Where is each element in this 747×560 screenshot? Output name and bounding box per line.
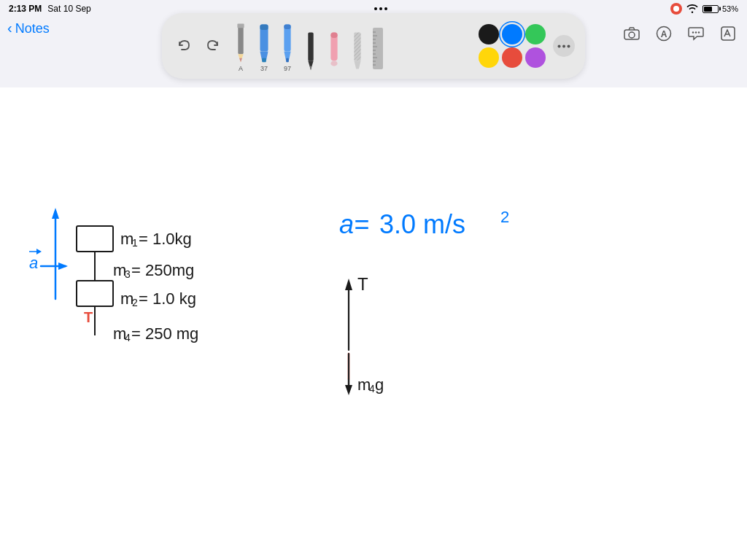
edit-button[interactable] bbox=[715, 20, 741, 47]
undo-button[interactable] bbox=[172, 34, 197, 58]
status-date: Sat 10 Sep bbox=[47, 4, 90, 14]
svg-text:= 1.0 kg: = 1.0 kg bbox=[139, 289, 196, 308]
dot3 bbox=[384, 7, 387, 10]
svg-rect-19 bbox=[286, 58, 289, 62]
svg-text:a=: a= bbox=[339, 209, 369, 239]
more-icon bbox=[557, 44, 570, 48]
blue-marker-svg bbox=[255, 20, 273, 64]
color-green[interactable] bbox=[525, 24, 546, 44]
marker1-label: 37 bbox=[260, 65, 268, 72]
blue-marker-tool[interactable]: 37 bbox=[255, 20, 273, 72]
canvas-area[interactable]: a T m 1 = 1.0kg m 3 = 250mg m 2 = 1.0 kg… bbox=[0, 88, 747, 560]
dot1 bbox=[374, 7, 377, 10]
svg-text:4: 4 bbox=[369, 383, 375, 394]
svg-marker-45 bbox=[52, 208, 59, 219]
svg-text:= 250mg: = 250mg bbox=[131, 261, 194, 279]
svg-text:a: a bbox=[29, 254, 38, 272]
svg-text:3: 3 bbox=[125, 268, 131, 280]
svg-point-25 bbox=[330, 61, 337, 66]
svg-text:T: T bbox=[357, 274, 368, 294]
svg-point-43 bbox=[568, 44, 570, 47]
svg-rect-30 bbox=[373, 28, 383, 69]
svg-point-41 bbox=[558, 44, 561, 47]
color-blue[interactable] bbox=[502, 24, 522, 44]
svg-rect-8 bbox=[238, 26, 243, 54]
text-search-icon: A bbox=[656, 26, 672, 42]
text-search-button[interactable]: A bbox=[651, 20, 677, 47]
redo-button[interactable] bbox=[200, 34, 225, 58]
color-red[interactable] bbox=[502, 47, 522, 68]
undo-redo-group bbox=[172, 34, 225, 58]
top-actions: A bbox=[619, 20, 741, 47]
svg-text:4: 4 bbox=[125, 332, 131, 343]
svg-rect-53 bbox=[77, 281, 113, 306]
status-right: 53% bbox=[670, 3, 738, 15]
svg-text:2: 2 bbox=[132, 297, 138, 308]
color-yellow[interactable] bbox=[479, 47, 499, 68]
svg-text:3.0 m/s: 3.0 m/s bbox=[379, 209, 465, 239]
svg-point-1 bbox=[629, 32, 635, 38]
notes-back-label: Notes bbox=[15, 21, 50, 36]
more-button[interactable] bbox=[553, 35, 575, 57]
svg-rect-7 bbox=[721, 27, 735, 40]
dot2 bbox=[379, 7, 382, 10]
camera-button[interactable] bbox=[619, 20, 645, 47]
svg-text:g: g bbox=[375, 376, 384, 394]
ruler-svg bbox=[372, 25, 384, 72]
svg-rect-24 bbox=[330, 32, 337, 37]
toolbar: A 37 97 bbox=[162, 13, 585, 79]
svg-rect-13 bbox=[260, 24, 268, 29]
pen-tools: A 37 97 bbox=[232, 20, 468, 72]
svg-point-4 bbox=[692, 31, 694, 33]
share-button[interactable] bbox=[683, 20, 709, 47]
edit-icon bbox=[721, 26, 735, 41]
blue-marker2-tool[interactable]: 97 bbox=[279, 20, 296, 72]
svg-marker-10 bbox=[239, 58, 242, 62]
fill-tool[interactable] bbox=[349, 28, 366, 72]
status-left: 2:13 PM Sat 10 Sep bbox=[9, 4, 91, 14]
battery-icon: 53% bbox=[703, 4, 738, 13]
status-bar: 2:13 PM Sat 10 Sep 53% bbox=[0, 0, 747, 18]
svg-marker-72 bbox=[345, 279, 352, 290]
svg-text:1: 1 bbox=[132, 237, 138, 249]
share-icon bbox=[688, 26, 704, 41]
color-purple[interactable] bbox=[525, 47, 546, 68]
status-time: 2:13 PM bbox=[9, 4, 42, 14]
svg-marker-77 bbox=[345, 385, 352, 395]
blue-marker2-svg bbox=[279, 20, 296, 64]
record-inner bbox=[673, 6, 679, 12]
eraser-svg bbox=[325, 28, 343, 72]
battery-pct: 53% bbox=[722, 4, 738, 13]
pencil-svg bbox=[232, 20, 249, 64]
svg-marker-47 bbox=[58, 262, 68, 270]
drawing-canvas: a T m 1 = 1.0kg m 3 = 250mg m 2 = 1.0 kg… bbox=[0, 88, 747, 560]
notes-back-button[interactable]: ‹ Notes bbox=[7, 20, 50, 36]
redo-icon bbox=[204, 38, 220, 54]
svg-text:= 1.0kg: = 1.0kg bbox=[139, 230, 192, 248]
svg-rect-51 bbox=[77, 226, 113, 252]
black-pen-tool[interactable] bbox=[302, 28, 320, 72]
black-pen-svg bbox=[302, 28, 320, 72]
fill-svg bbox=[349, 28, 366, 72]
svg-point-42 bbox=[562, 44, 565, 47]
svg-text:= 250 mg: = 250 mg bbox=[131, 324, 198, 343]
record-button bbox=[670, 3, 682, 15]
ruler-tool[interactable] bbox=[372, 25, 384, 72]
svg-text:T: T bbox=[84, 309, 93, 325]
svg-marker-50 bbox=[36, 249, 42, 254]
pencil-tool[interactable]: A bbox=[232, 20, 249, 72]
eraser-tool[interactable] bbox=[325, 28, 343, 72]
svg-point-6 bbox=[698, 31, 700, 33]
marker2-label: 97 bbox=[284, 65, 291, 72]
svg-text:2: 2 bbox=[500, 208, 509, 226]
undo-icon bbox=[177, 38, 193, 54]
svg-marker-29 bbox=[354, 61, 360, 69]
wifi-icon bbox=[686, 4, 698, 13]
status-center bbox=[374, 7, 387, 10]
svg-rect-17 bbox=[284, 24, 290, 28]
camera-icon bbox=[624, 27, 640, 40]
svg-rect-15 bbox=[262, 58, 266, 62]
pencil-label: A bbox=[239, 65, 243, 72]
color-black[interactable] bbox=[479, 24, 499, 44]
svg-rect-28 bbox=[354, 32, 360, 61]
